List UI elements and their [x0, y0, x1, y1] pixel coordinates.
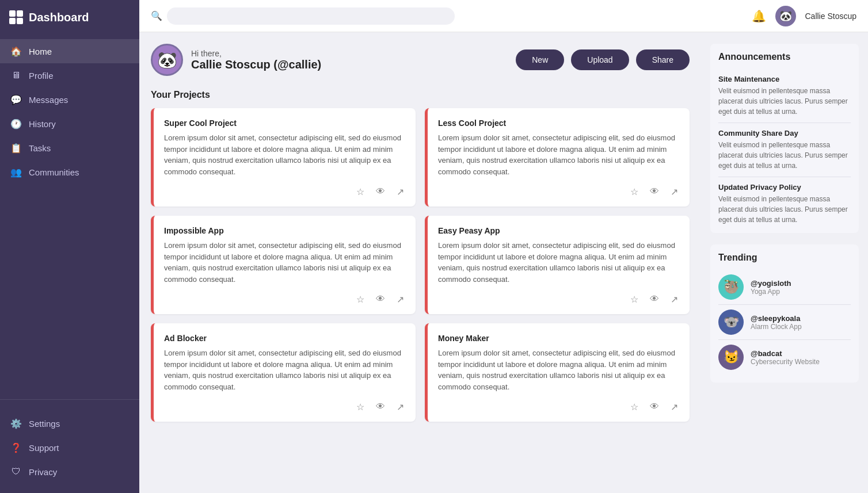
project-card-title: Less Cool Project: [438, 119, 679, 128]
trending-handle: @badcat: [751, 349, 820, 358]
star-icon[interactable]: ☆: [355, 400, 366, 414]
share-icon[interactable]: ↗: [395, 400, 405, 414]
eye-icon[interactable]: 👁: [375, 185, 386, 198]
new-button[interactable]: New: [516, 49, 564, 70]
main-content: 🔍 🔔 🐼 Callie Stoscup 🐼 Hi there, Callie …: [139, 0, 868, 493]
sidebar-icon-profile: 🖥: [10, 70, 22, 81]
right-panel: Announcements Site Maintenance Velit eui…: [701, 32, 868, 493]
share-button[interactable]: Share: [636, 49, 690, 70]
eye-icon[interactable]: 👁: [375, 400, 386, 414]
sidebar-label-communities: Communities: [29, 167, 79, 177]
project-card-desc: Lorem ipsum dolor sit amet, consectetur …: [438, 132, 679, 177]
eye-icon[interactable]: 👁: [375, 293, 386, 306]
trending-info: @sleepykoala Alarm Clock App: [751, 314, 802, 331]
sidebar-label-home: Home: [29, 47, 52, 56]
sidebar-item-support[interactable]: ❓Support: [0, 435, 139, 460]
project-card-title: Super Cool Project: [164, 119, 405, 128]
project-card: Less Cool Project Lorem ipsum dolor sit …: [425, 108, 690, 207]
sidebar-item-messages[interactable]: 💬Messages: [0, 87, 139, 112]
notification-bell-icon[interactable]: 🔔: [752, 9, 766, 23]
main-panel: 🐼 Hi there, Callie Stoscup (@callie) New…: [139, 32, 701, 493]
sidebar-item-home[interactable]: 🏠Home: [0, 39, 139, 63]
sidebar-icon-settings: ⚙️: [10, 418, 22, 429]
sidebar-item-history[interactable]: 🕐History: [0, 112, 139, 136]
announcement-text: Velit euismod in pellentesque massa plac…: [718, 194, 851, 225]
star-icon[interactable]: ☆: [629, 293, 639, 306]
share-icon[interactable]: ↗: [669, 400, 679, 414]
project-card: Super Cool Project Lorem ipsum dolor sit…: [151, 108, 416, 207]
sidebar-item-profile[interactable]: 🖥Profile: [0, 63, 139, 87]
app-logo: Dashboard: [0, 0, 139, 35]
project-card: Easy Peasy App Lorem ipsum dolor sit ame…: [425, 216, 690, 314]
announcements-list: Site Maintenance Velit euismod in pellen…: [718, 69, 851, 225]
user-greeting: 🐼 Hi there, Callie Stoscup (@callie) New…: [151, 44, 690, 76]
sidebar-item-communities[interactable]: 👥Communities: [0, 160, 139, 184]
project-card-actions: ☆ 👁 ↗: [438, 185, 679, 198]
eye-icon[interactable]: 👁: [649, 185, 660, 198]
project-card: Impossible App Lorem ipsum dolor sit ame…: [151, 216, 416, 314]
upload-button[interactable]: Upload: [571, 49, 629, 70]
sidebar-divider: [0, 399, 139, 400]
trending-handle: @yogisloth: [751, 279, 791, 288]
sidebar-label-settings: Settings: [29, 419, 60, 429]
trending-item: 😼 @badcat Cybersecurity Website: [718, 340, 851, 374]
greeting-avatar: 🐼: [151, 44, 183, 76]
project-card-title: Ad Blocker: [164, 334, 405, 343]
star-icon[interactable]: ☆: [629, 185, 639, 198]
share-icon[interactable]: ↗: [395, 185, 405, 198]
share-icon[interactable]: ↗: [669, 185, 679, 198]
announcement-item: Site Maintenance Velit euismod in pellen…: [718, 69, 851, 123]
header-right: 🔔 🐼 Callie Stoscup: [752, 6, 857, 26]
star-icon[interactable]: ☆: [355, 293, 366, 306]
project-card-actions: ☆ 👁 ↗: [164, 185, 405, 198]
logo-icon: [9, 10, 23, 24]
sidebar-icon-messages: 💬: [10, 94, 22, 105]
trending-app: Alarm Clock App: [751, 323, 802, 331]
content-area: 🐼 Hi there, Callie Stoscup (@callie) New…: [139, 32, 868, 493]
header: 🔍 🔔 🐼 Callie Stoscup: [139, 0, 868, 32]
sidebar-label-history: History: [29, 119, 56, 129]
sidebar-icon-support: ❓: [10, 442, 22, 453]
sidebar-icon-history: 🕐: [10, 118, 22, 129]
sidebar-icon-privacy: 🛡: [10, 466, 22, 477]
project-card: Ad Blocker Lorem ipsum dolor sit amet, c…: [151, 323, 416, 422]
sidebar-label-tasks: Tasks: [29, 143, 51, 153]
eye-icon[interactable]: 👁: [649, 293, 660, 306]
project-card-desc: Lorem ipsum dolor sit amet, consectetur …: [164, 347, 405, 392]
action-buttons: New Upload Share: [516, 49, 690, 70]
announcement-title: Site Maintenance: [718, 75, 851, 83]
greeting-name: Callie Stoscup (@callie): [191, 58, 321, 71]
search-icon: 🔍: [151, 10, 162, 21]
eye-icon[interactable]: 👁: [649, 400, 660, 414]
trending-handle: @sleepykoala: [751, 314, 802, 323]
trending-heading: Trending: [718, 253, 851, 263]
project-card-actions: ☆ 👁 ↗: [438, 293, 679, 306]
announcement-item: Updated Privacy Policy Velit euismod in …: [718, 177, 851, 225]
header-user-name: Callie Stoscup: [805, 12, 857, 21]
sidebar-item-privacy[interactable]: 🛡Privacy: [0, 460, 139, 484]
announcement-title: Community Share Day: [718, 129, 851, 137]
star-icon[interactable]: ☆: [355, 185, 366, 198]
trending-avatar: 😼: [718, 345, 744, 370]
sidebar-nav-bottom: ⚙️Settings❓Support🛡Privacy: [0, 407, 139, 493]
project-card-actions: ☆ 👁 ↗: [164, 400, 405, 414]
sidebar-item-settings[interactable]: ⚙️Settings: [0, 411, 139, 435]
sidebar: Dashboard 🏠Home🖥Profile💬Messages🕐History…: [0, 0, 139, 493]
trending-item: 🦥 @yogisloth Yoga App: [718, 270, 851, 305]
hi-text: Hi there,: [191, 49, 321, 58]
project-card-title: Money Maker: [438, 334, 679, 343]
search-input[interactable]: [167, 7, 455, 25]
project-card-actions: ☆ 👁 ↗: [438, 400, 679, 414]
trending-app: Cybersecurity Website: [751, 358, 820, 366]
announcement-title: Updated Privacy Policy: [718, 183, 851, 192]
trending-avatar: 🐨: [718, 309, 744, 335]
share-icon[interactable]: ↗: [669, 293, 679, 306]
announcement-item: Community Share Day Velit euismod in pel…: [718, 123, 851, 177]
sidebar-icon-home: 🏠: [10, 45, 22, 57]
star-icon[interactable]: ☆: [629, 400, 639, 414]
greeting-text: Hi there, Callie Stoscup (@callie): [191, 49, 321, 71]
share-icon[interactable]: ↗: [395, 293, 405, 306]
project-card-actions: ☆ 👁 ↗: [164, 293, 405, 306]
announcements-section: Announcements Site Maintenance Velit eui…: [710, 44, 859, 233]
sidebar-item-tasks[interactable]: 📋Tasks: [0, 136, 139, 160]
